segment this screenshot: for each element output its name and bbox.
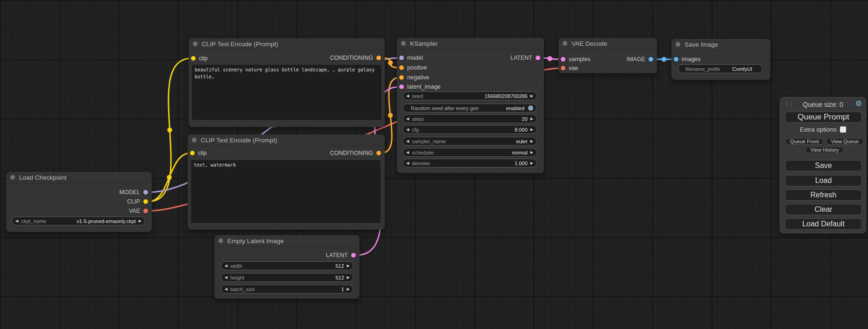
input-slot-clip[interactable]: clip (191, 55, 208, 62)
latent-output-dot[interactable] (536, 56, 540, 60)
queue-prompt-button[interactable]: Queue Prompt (785, 112, 862, 123)
prev-arrow-icon[interactable]: ◀ (406, 151, 409, 154)
negative-prompt-textarea[interactable]: text, watermark (191, 160, 381, 223)
output-slot-clip[interactable]: CLIP (127, 198, 148, 205)
settings-gear-icon[interactable]: ⚙ (855, 100, 862, 107)
input-slot-negative[interactable]: negative (399, 74, 429, 81)
model-input-dot[interactable] (399, 56, 404, 60)
next-arrow-icon[interactable]: ▶ (530, 140, 533, 143)
vae-output-dot[interactable] (143, 209, 148, 213)
prev-arrow-icon[interactable]: ◀ (225, 264, 227, 268)
latent-image-input-dot[interactable] (399, 84, 404, 89)
seed-widget[interactable]: ◀ seed 156680208700286 ▶ (402, 91, 537, 100)
node-title-bar[interactable]: CLIP Text Encode (Prompt) (188, 134, 385, 146)
collapse-dot-icon[interactable] (401, 41, 406, 46)
node-graph-canvas[interactable]: Load Checkpoint MODEL CLIP VAE ◀ ckpt_na… (0, 0, 868, 329)
width-widget[interactable]: ◀ width 512 ▶ (221, 261, 353, 270)
collapse-dot-icon[interactable] (219, 238, 223, 243)
batch-size-widget[interactable]: ◀ batch_size 1 ▶ (221, 285, 353, 294)
latent-output-dot[interactable] (351, 253, 356, 258)
save-button[interactable]: Save (785, 160, 862, 171)
node-vae-decode[interactable]: VAE Decode samples vae IMAGE (558, 38, 657, 73)
clip-output-dot[interactable] (143, 199, 148, 204)
input-slot-vae[interactable]: vae (561, 64, 578, 72)
collapse-dot-icon[interactable] (676, 42, 680, 47)
cfg-widget[interactable]: ◀ cfg 8.000 ▶ (402, 125, 537, 134)
node-title-bar[interactable]: VAE Decode (558, 38, 657, 49)
positive-prompt-textarea[interactable]: beautiful scenery nature glass bottle la… (192, 65, 381, 120)
samples-input-dot[interactable] (561, 57, 565, 62)
view-history-button[interactable]: View History (805, 147, 844, 153)
extra-options-checkbox[interactable] (840, 126, 846, 133)
refresh-button[interactable]: Refresh (785, 189, 862, 201)
clip-input-dot[interactable] (191, 56, 196, 61)
drag-handle-icon[interactable]: ⋮⋮ (784, 101, 793, 106)
node-title-bar[interactable]: Save Image (671, 39, 770, 50)
next-arrow-icon[interactable]: ▶ (530, 161, 533, 165)
node-title-bar[interactable]: Load Checkpoint (6, 172, 152, 183)
next-arrow-icon[interactable]: ▶ (530, 151, 533, 154)
prev-arrow-icon[interactable]: ◀ (406, 161, 409, 165)
node-load-checkpoint[interactable]: Load Checkpoint MODEL CLIP VAE ◀ ckpt_na… (6, 172, 152, 232)
output-slot-image[interactable]: IMAGE (627, 56, 653, 63)
collapse-dot-icon[interactable] (10, 175, 15, 180)
next-arrow-icon[interactable]: ▶ (530, 128, 533, 132)
next-arrow-icon[interactable]: ▶ (530, 117, 533, 121)
prev-arrow-icon[interactable]: ◀ (406, 94, 409, 98)
collapse-dot-icon[interactable] (193, 42, 198, 46)
collapse-dot-icon[interactable] (192, 138, 197, 142)
node-save-image[interactable]: Save Image images filename_prefix ComfyU… (671, 39, 770, 80)
steps-widget[interactable]: ◀ steps 20 ▶ (402, 114, 537, 123)
prev-arrow-icon[interactable]: ◀ (406, 128, 409, 132)
prev-arrow-icon[interactable]: ◀ (225, 287, 227, 291)
images-input-dot[interactable] (674, 57, 678, 62)
output-slot-latent[interactable]: LATENT (326, 252, 356, 259)
node-ksampler[interactable]: KSampler model positive negative latent_… (397, 38, 544, 173)
input-slot-latent-image[interactable]: latent_image (399, 83, 441, 91)
node-clip-text-encode-positive[interactable]: CLIP Text Encode (Prompt) clip CONDITION… (189, 38, 385, 127)
image-output-dot[interactable] (649, 57, 653, 62)
scheduler-widget[interactable]: ◀ scheduler normal ▶ (402, 148, 537, 157)
output-slot-conditioning[interactable]: CONDITIONING (330, 149, 381, 157)
queue-front-button[interactable]: Queue Front (785, 138, 824, 145)
conditioning-output-dot[interactable] (376, 56, 381, 60)
prev-arrow-icon[interactable]: ◀ (406, 140, 409, 143)
prev-arrow-icon[interactable]: ◀ (15, 219, 18, 223)
vae-input-dot[interactable] (561, 66, 565, 70)
node-clip-text-encode-negative[interactable]: CLIP Text Encode (Prompt) clip CONDITION… (188, 134, 385, 230)
next-arrow-icon[interactable]: ▶ (347, 264, 350, 268)
next-arrow-icon[interactable]: ▶ (347, 287, 350, 291)
prev-arrow-icon[interactable]: ◀ (225, 276, 227, 280)
clip-input-dot[interactable] (190, 151, 195, 155)
model-output-dot[interactable] (143, 190, 148, 195)
output-slot-conditioning[interactable]: CONDITIONING (330, 54, 381, 62)
input-slot-clip[interactable]: clip (190, 149, 207, 157)
positive-input-dot[interactable] (399, 65, 404, 70)
prev-arrow-icon[interactable]: ◀ (406, 117, 409, 121)
node-empty-latent-image[interactable]: Empty Latent Image LATENT ◀ width 512 ▶ … (214, 235, 360, 299)
input-slot-images[interactable]: images (674, 56, 700, 63)
next-arrow-icon[interactable]: ▶ (139, 219, 141, 223)
negative-input-dot[interactable] (399, 75, 404, 80)
ckpt-name-widget[interactable]: ◀ ckpt_name v1-5-pruned-emaonly.ckpt ▶ (12, 217, 145, 225)
load-default-button[interactable]: Load Default (785, 218, 862, 230)
conditioning-output-dot[interactable] (376, 151, 381, 155)
node-title-bar[interactable]: Empty Latent Image (214, 235, 360, 247)
next-arrow-icon[interactable]: ▶ (530, 94, 533, 98)
output-slot-vae[interactable]: VAE (129, 207, 148, 215)
random-seed-toggle-widget[interactable]: Random seed after every gen enabled (402, 104, 537, 112)
sampler-name-widget[interactable]: ◀ sampler_name euler ▶ (402, 137, 537, 146)
filename-prefix-widget[interactable]: filename_prefix ComfyUI (678, 64, 762, 73)
load-button[interactable]: Load (785, 175, 862, 186)
input-slot-model[interactable]: model (399, 54, 423, 62)
view-queue-button[interactable]: View Queue (826, 138, 864, 145)
clear-button[interactable]: Clear (785, 204, 862, 215)
node-title-bar[interactable]: CLIP Text Encode (Prompt) (189, 38, 385, 50)
height-widget[interactable]: ◀ height 512 ▶ (221, 273, 353, 282)
input-slot-samples[interactable]: samples (561, 56, 591, 63)
collapse-dot-icon[interactable] (563, 41, 567, 46)
toggle-dot[interactable] (528, 105, 533, 111)
node-title-bar[interactable]: KSampler (397, 38, 544, 49)
denoise-widget[interactable]: ◀ denoise 1.000 ▶ (402, 159, 537, 168)
output-slot-latent[interactable]: LATENT (510, 54, 540, 62)
